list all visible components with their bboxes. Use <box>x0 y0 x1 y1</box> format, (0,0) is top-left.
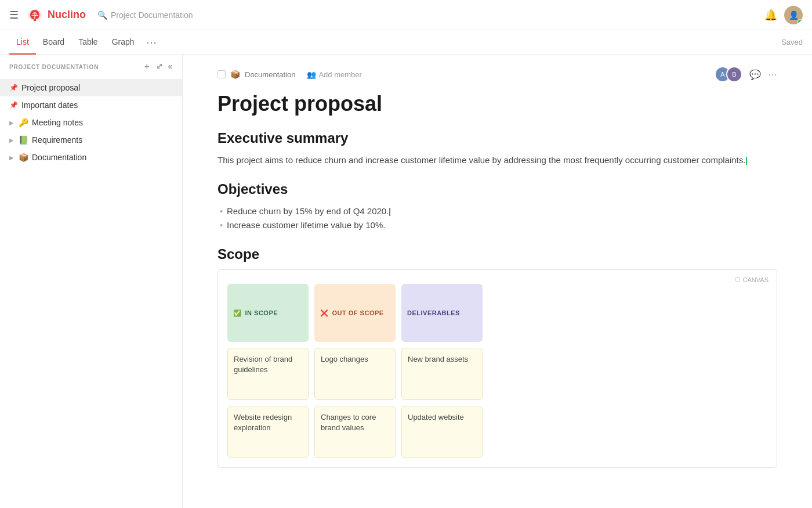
executive-summary-text: This project aims to reduce churn and in… <box>217 153 777 167</box>
sidebar-item-project-proposal[interactable]: 📌 Project proposal <box>0 79 182 96</box>
section-heading-scope: Scope <box>217 246 777 262</box>
user-avatar[interactable]: 👤 <box>784 6 803 24</box>
kanban-card[interactable]: New brand assets <box>401 348 483 400</box>
list-item: Reduce churn by 15% by end of Q4 2020. <box>217 204 777 218</box>
kanban-board: ✅ IN SCOPE ❌ OUT OF SCOPE DELIVERABLES R… <box>227 284 767 458</box>
top-nav: ☰ Nuclino 🔍 Project Documentation 🔔 👤 <box>0 0 812 30</box>
tab-more-icon[interactable]: ⋯ <box>146 36 157 49</box>
sidebar-item-documentation[interactable]: ▶ 📦 Documentation ⬜ <box>0 149 182 166</box>
cursor-green <box>746 157 747 165</box>
sidebar-item-label: Meeting notes <box>32 118 161 127</box>
expand-arrow-icon-2[interactable]: ▶ <box>9 137 14 143</box>
sidebar: PROJECT DOCUMENTATION ＋ ⤢ « 📌 Project pr… <box>0 55 183 508</box>
requirements-icon: 📗 <box>19 135 28 145</box>
kanban-card[interactable]: Changes to core brand values <box>314 406 396 458</box>
expand-arrow-icon[interactable]: ▶ <box>9 120 14 126</box>
doc-more-icon[interactable]: ⋯ <box>768 69 777 80</box>
sidebar-header-actions: ＋ ⤢ « <box>143 62 173 72</box>
kanban-card[interactable]: Logo changes <box>314 348 396 400</box>
canvas-container: ⬡ CANVAS ✅ IN SCOPE ❌ OUT OF SCOPE DELIV… <box>217 269 777 468</box>
logo-area: Nuclino <box>26 6 86 24</box>
search-area[interactable]: 🔍 Project Documentation <box>97 10 764 20</box>
tab-table[interactable]: Table <box>71 30 104 55</box>
cursor-purple <box>389 208 390 216</box>
bell-icon[interactable]: 🔔 <box>764 9 777 21</box>
sidebar-item-important-dates[interactable]: 📌 Important dates <box>0 96 182 114</box>
canvas-icon: ⬡ <box>735 276 741 283</box>
sidebar-section-header: PROJECT DOCUMENTATION ＋ ⤢ « <box>0 55 182 79</box>
sidebar-item-label: Requirements <box>32 135 161 145</box>
section-heading-objectives: Objectives <box>217 181 777 197</box>
tab-graph[interactable]: Graph <box>105 30 142 55</box>
meeting-notes-icon: 🔑 <box>19 118 28 127</box>
kanban-card[interactable]: Updated website <box>401 406 483 458</box>
breadcrumb-icon: 📦 <box>230 70 240 79</box>
pin-icon: 📌 <box>9 84 18 92</box>
sidebar-expand-icon[interactable]: ⤢ <box>156 62 164 72</box>
collaborator-avatars: A B <box>715 66 742 82</box>
kanban-col-header-in-scope: ✅ IN SCOPE <box>227 284 309 342</box>
document-actions: A B 💬 ⋯ <box>715 66 777 82</box>
sidebar-section-title: PROJECT DOCUMENTATION <box>9 64 99 70</box>
out-of-scope-icon: ❌ <box>320 309 329 317</box>
sidebar-item-label: Documentation <box>32 153 161 162</box>
tab-board[interactable]: Board <box>36 30 71 55</box>
section-heading-executive-summary: Executive summary <box>217 130 777 146</box>
comment-icon[interactable]: 💬 <box>749 69 761 80</box>
logo-icon <box>26 6 44 24</box>
document-content: 📦 Documentation 👥 Add member A B 💬 ⋯ Pro… <box>183 55 812 508</box>
sidebar-collapse-icon[interactable]: « <box>168 62 173 72</box>
breadcrumb-checkbox[interactable] <box>217 70 226 78</box>
collaborator-avatar-2: B <box>726 66 742 82</box>
canvas-label: ⬡ CANVAS <box>735 276 768 283</box>
saved-status: Saved <box>781 38 803 46</box>
pin-icon-2: 📌 <box>9 101 18 109</box>
sidebar-item-requirements[interactable]: ▶ 📗 Requirements ⬜ <box>0 131 182 149</box>
sidebar-item-label: Project proposal <box>21 83 173 92</box>
kanban-card[interactable]: Revision of brand guidelines <box>227 348 309 400</box>
sidebar-add-icon[interactable]: ＋ <box>143 62 151 72</box>
tab-list[interactable]: List <box>9 30 36 55</box>
in-scope-icon: ✅ <box>233 309 242 317</box>
list-item: Increase customer lifetime value by 10%. <box>217 218 777 232</box>
search-icon: 🔍 <box>97 10 107 20</box>
add-member-icon: 👥 <box>307 70 316 79</box>
logo-text: Nuclino <box>48 9 86 21</box>
tab-bar: List Board Table Graph ⋯ Saved <box>0 30 812 55</box>
page-title: Project proposal <box>217 92 777 116</box>
main-area: PROJECT DOCUMENTATION ＋ ⤢ « 📌 Project pr… <box>0 55 812 508</box>
sidebar-item-label: Important dates <box>21 100 173 110</box>
hamburger-icon[interactable]: ☰ <box>9 9 19 21</box>
objectives-list: Reduce churn by 15% by end of Q4 2020. I… <box>217 204 777 232</box>
sidebar-item-meeting-notes[interactable]: ▶ 🔑 Meeting notes ⬜ <box>0 114 182 131</box>
add-member-link[interactable]: 👥 Add member <box>307 70 361 79</box>
kanban-col-header-out-of-scope: ❌ OUT OF SCOPE <box>314 284 396 342</box>
kanban-card[interactable]: Website redesign exploration <box>227 406 309 458</box>
online-indicator <box>798 19 802 24</box>
breadcrumb-text: Documentation <box>245 70 295 79</box>
kanban-col-header-deliverables: DELIVERABLES <box>401 284 483 342</box>
expand-arrow-icon-3[interactable]: ▶ <box>9 154 14 161</box>
document-header: 📦 Documentation 👥 Add member A B 💬 ⋯ <box>217 66 777 82</box>
breadcrumb: 📦 Documentation 👥 Add member <box>217 70 362 79</box>
documentation-icon: 📦 <box>19 153 28 162</box>
nav-right: 🔔 👤 <box>764 6 803 24</box>
search-text: Project Documentation <box>111 10 193 20</box>
